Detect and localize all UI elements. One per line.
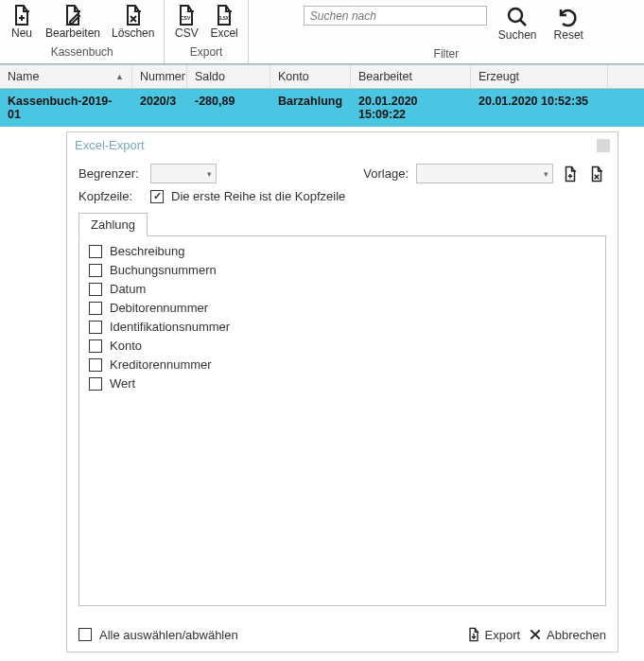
xlsx-icon: XLSX — [213, 4, 235, 26]
field-checkbox[interactable] — [89, 321, 102, 334]
tab-zahlung[interactable]: Zahlung — [78, 213, 148, 236]
ribbon-group-kassenbuch: Neu Bearbeiten Löschen Kassenbuch — [0, 0, 165, 63]
ribbon-toolbar: Neu Bearbeiten Löschen Kassenbuch CSV CS… — [0, 0, 644, 64]
sort-asc-icon: ▲ — [115, 72, 124, 81]
cancel-button[interactable]: Abbrechen — [528, 627, 606, 642]
field-checkbox[interactable] — [89, 264, 102, 277]
search-label: Suchen — [498, 28, 537, 42]
field-label: Buchungsnummern — [110, 263, 217, 277]
ribbon-group-filter: Suchen Reset Filter — [249, 0, 644, 63]
cancel-button-label: Abbrechen — [547, 628, 606, 642]
cell-name: Kassenbuch-2019-01 — [0, 89, 132, 127]
col-header-erzeugt[interactable]: Erzeugt — [471, 65, 608, 88]
template-add-button[interactable] — [561, 165, 580, 183]
cell-saldo: -280,89 — [187, 89, 270, 127]
csv-label: CSV — [175, 26, 199, 40]
undo-icon — [557, 6, 580, 28]
cell-erzeugt: 20.01.2020 10:52:35 — [471, 89, 608, 127]
csv-icon: CSV — [175, 4, 198, 26]
field-label: Debitorennummer — [110, 301, 208, 315]
field-row: Buchungsnummern — [89, 263, 596, 277]
col-header-nummer[interactable]: Nummer — [132, 65, 187, 88]
field-label: Konto — [110, 339, 142, 353]
field-checkbox[interactable] — [89, 339, 102, 353]
vorlage-combo[interactable]: ▾ — [416, 164, 553, 183]
field-checkbox[interactable] — [89, 283, 102, 296]
field-checkbox[interactable] — [89, 358, 102, 372]
ribbon-group-kassenbuch-label: Kassenbuch — [4, 42, 160, 61]
close-icon — [528, 627, 543, 642]
svg-point-2 — [509, 9, 522, 22]
col-header-name[interactable]: Name ▲ — [0, 65, 132, 88]
file-edit-icon — [61, 4, 84, 26]
ribbon-group-export-label: Export — [168, 42, 243, 61]
field-row: Identifikationsnummer — [89, 320, 596, 334]
template-delete-button[interactable] — [587, 165, 606, 183]
select-all-label: Alle auswählen/abwählen — [99, 628, 238, 642]
begrenzer-combo[interactable]: ▾ — [150, 164, 217, 183]
kopfzeile-checkbox[interactable]: ✓ — [150, 190, 164, 203]
file-delete-icon — [588, 165, 605, 183]
field-label: Beschreibung — [110, 244, 185, 258]
field-row: Wert — [89, 376, 596, 391]
field-row: Beschreibung — [89, 244, 596, 258]
col-header-bearbeitet[interactable]: Bearbeitet — [351, 65, 471, 88]
edit-button[interactable]: Bearbeiten — [40, 2, 106, 42]
field-checkbox[interactable] — [89, 302, 102, 315]
cell-konto: Barzahlung — [270, 89, 351, 127]
col-header-saldo[interactable]: Saldo — [187, 65, 270, 88]
kopfzeile-label: Kopfzeile: — [78, 189, 143, 203]
field-row: Kreditorennummer — [89, 357, 596, 372]
dialog-titlebar: Excel-Export — [67, 132, 618, 158]
col-header-name-label: Name — [8, 70, 39, 83]
field-row: Debitorennummer — [89, 301, 596, 315]
field-checkbox[interactable] — [89, 377, 102, 391]
kopfzeile-text: Die erste Reihe ist die Kopfzeile — [171, 189, 345, 203]
search-icon — [506, 6, 529, 28]
export-button[interactable]: Export — [466, 627, 521, 642]
field-checkbox[interactable] — [89, 245, 102, 258]
vorlage-label: Vorlage: — [363, 166, 409, 181]
excel-export-dialog: Excel-Export Begrenzer: ▾ Vorlage: ▾ Kop… — [66, 131, 618, 652]
table-row[interactable]: Kassenbuch-2019-01 2020/3 -280,89 Barzah… — [0, 89, 644, 127]
edit-label: Bearbeiten — [45, 26, 100, 40]
grid-header: Name ▲ Nummer Saldo Konto Bearbeitet Erz… — [0, 64, 644, 89]
file-delete-icon — [122, 4, 145, 26]
excel-label: Excel — [210, 26, 237, 40]
chevron-down-icon: ▾ — [544, 169, 548, 179]
search-input[interactable] — [304, 6, 487, 26]
svg-text:XLSX: XLSX — [218, 16, 229, 21]
field-row: Konto — [89, 339, 596, 353]
field-label: Datum — [110, 282, 146, 296]
cell-nummer: 2020/3 — [132, 89, 187, 127]
export-icon — [466, 627, 481, 642]
reset-button[interactable]: Reset — [548, 4, 589, 43]
begrenzer-label: Begrenzer: — [78, 166, 143, 181]
field-label: Wert — [110, 376, 135, 391]
col-header-konto[interactable]: Konto — [270, 65, 351, 88]
tab-zahlung-label: Zahlung — [91, 217, 135, 232]
reset-label: Reset — [554, 28, 583, 42]
select-all-checkbox[interactable] — [78, 628, 92, 641]
export-button-label: Export — [485, 628, 521, 642]
cell-bearbeitet: 20.01.2020 15:09:22 — [351, 89, 471, 127]
new-button[interactable]: Neu — [4, 2, 40, 42]
file-plus-icon — [10, 4, 33, 26]
ribbon-group-filter-label: Filter — [252, 43, 640, 63]
file-plus-icon — [562, 165, 579, 183]
dialog-close-button[interactable] — [597, 139, 610, 152]
excel-button[interactable]: XLSX Excel — [204, 2, 243, 42]
delete-button[interactable]: Löschen — [106, 2, 160, 42]
delete-label: Löschen — [112, 26, 154, 40]
dialog-title-text: Excel-Export — [75, 138, 145, 152]
ribbon-group-export: CSV CSV XLSX Excel Export — [165, 0, 248, 63]
search-button[interactable]: Suchen — [493, 4, 543, 43]
field-label: Kreditorennummer — [110, 357, 212, 372]
field-row: Datum — [89, 282, 596, 296]
csv-button[interactable]: CSV CSV — [168, 2, 204, 42]
new-label: Neu — [11, 26, 32, 40]
tab-panel-zahlung: BeschreibungBuchungsnummernDatumDebitore… — [78, 235, 606, 606]
svg-text:CSV: CSV — [181, 15, 191, 21]
field-label: Identifikationsnummer — [110, 320, 230, 334]
chevron-down-icon: ▾ — [207, 169, 212, 179]
